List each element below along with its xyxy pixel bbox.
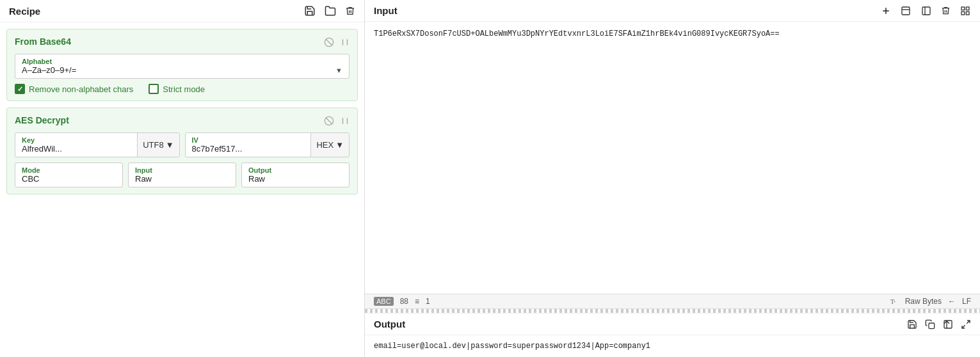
mode-field[interactable]: Mode CBC [15, 163, 123, 187]
svg-line-5 [326, 118, 332, 123]
svg-rect-10 [902, 7, 910, 15]
from-base64-title: From Base64 [15, 36, 71, 47]
key-field[interactable]: Key AlfredWil... UTF8 ▼ [15, 132, 180, 157]
input-text: T1P6eRxSX7DosonF7cUSD+OALbeWmMYu3DpNYrYE… [374, 29, 780, 38]
output-text: email=user@local.dev|password=superpassw… [374, 342, 650, 351]
alphabet-label: Alphabet [22, 58, 342, 65]
svg-rect-14 [966, 7, 969, 10]
status-char-count: 88 [400, 297, 408, 306]
from-base64-card: From Base64 [6, 29, 358, 101]
iv-field[interactable]: IV 8c7b7ef517... HEX ▼ [185, 132, 350, 157]
key-type-selector[interactable]: UTF8 ▼ [137, 133, 179, 157]
strict-mode-label: Strict mode [163, 84, 205, 94]
status-lf: LF [962, 297, 971, 306]
strict-mode-checkbox[interactable]: Strict mode [149, 84, 205, 94]
aes-disable-icon[interactable] [324, 115, 334, 126]
recipe-header-icons [304, 5, 355, 17]
text-format-icon: T t [890, 297, 899, 306]
input-status-bar: ABC 88 ≡ 1 T t Raw Bytes ← LF [365, 294, 980, 309]
checkbox-row: ✓ Remove non-alphabet chars Strict mode [15, 84, 349, 94]
alphabet-value: A–Za–z0–9+/= [22, 65, 76, 75]
svg-line-21 [967, 321, 970, 324]
output-content: email=user@local.dev|password=superpassw… [365, 335, 980, 357]
svg-text:T: T [890, 299, 894, 305]
output-expand-button[interactable] [961, 319, 971, 329]
output-title: Output [374, 319, 405, 329]
output-section: Output [365, 313, 980, 357]
alphabet-value-row: A–Za–z0–9+/= ▼ [22, 65, 342, 75]
from-base64-disable-icon[interactable] [324, 36, 334, 47]
alphabet-field[interactable]: Alphabet A–Za–z0–9+/= ▼ [15, 54, 349, 79]
left-panel: Recipe [0, 0, 365, 357]
iv-value: 8c7b7ef517... [192, 144, 305, 154]
key-type-arrow: ▼ [166, 140, 174, 150]
key-label: Key [22, 136, 131, 144]
input-layout-button[interactable] [960, 6, 971, 16]
key-field-main: Key AlfredWil... [15, 133, 137, 157]
recipe-header: Recipe [0, 0, 364, 22]
key-iv-row: Key AlfredWil... UTF8 ▼ IV 8c7b7ef517... [15, 132, 349, 157]
input-add-button[interactable] [881, 6, 891, 16]
key-type-value: UTF8 [143, 140, 164, 150]
recipe-title: Recipe [9, 6, 40, 17]
recipe-open-button[interactable] [325, 5, 336, 17]
recipe-content: From Base64 [0, 22, 364, 357]
input-text-area[interactable]: T1P6eRxSX7DosonF7cUSD+OALbeWmMYu3DpNYrYE… [365, 22, 980, 294]
status-abc: ABC [374, 297, 394, 306]
aes-input-field[interactable]: Input Raw [128, 163, 236, 187]
svg-line-1 [326, 39, 332, 45]
svg-line-22 [962, 325, 965, 328]
svg-text:t: t [894, 299, 896, 303]
svg-rect-13 [961, 7, 965, 10]
output-copy-button[interactable] [925, 319, 935, 329]
input-header-icons [881, 5, 971, 16]
iv-type-arrow: ▼ [335, 140, 344, 150]
iv-field-main: IV 8c7b7ef517... [186, 133, 311, 157]
aes-decrypt-title: AES Decrypt [15, 115, 69, 125]
input-title: Input [374, 5, 398, 16]
input-header: Input [365, 0, 980, 22]
svg-rect-19 [929, 323, 935, 329]
status-right: T t Raw Bytes ← LF [890, 297, 971, 306]
recipe-delete-button[interactable] [345, 5, 355, 17]
recipe-save-button[interactable] [304, 5, 316, 17]
aes-decrypt-header: AES Decrypt [15, 115, 349, 126]
mode-label: Mode [22, 166, 116, 174]
alphabet-dropdown-arrow: ▼ [335, 67, 342, 74]
output-header-icons [907, 319, 971, 329]
aes-decrypt-actions [324, 115, 349, 126]
input-clear-button[interactable] [941, 5, 951, 16]
output-header: Output [365, 313, 980, 335]
output-save-button[interactable] [907, 319, 917, 329]
input-new-tab-button[interactable] [900, 6, 912, 16]
remove-nonalpha-checkbox[interactable]: ✓ Remove non-alphabet chars [15, 84, 133, 94]
mode-fields-row: Mode CBC Input Raw Output Raw [15, 163, 349, 187]
svg-rect-16 [966, 12, 969, 15]
status-raw-bytes: Raw Bytes [905, 297, 942, 306]
right-panel: Input [365, 0, 980, 357]
input-switch-button[interactable] [920, 6, 932, 16]
aes-input-label: Input [135, 166, 229, 174]
remove-nonalpha-label: Remove non-alphabet chars [29, 84, 133, 94]
svg-rect-15 [961, 12, 965, 15]
iv-type-selector[interactable]: HEX ▼ [310, 133, 349, 157]
key-value: AlfredWil... [22, 144, 131, 154]
aes-input-value: Raw [135, 174, 229, 184]
aes-pause-icon[interactable] [341, 115, 349, 126]
iv-type-value: HEX [316, 140, 333, 150]
from-base64-pause-icon[interactable] [341, 36, 349, 47]
iv-label: IV [192, 136, 305, 144]
from-base64-header: From Base64 [15, 36, 349, 47]
aes-decrypt-card: AES Decrypt [6, 107, 358, 194]
status-left: ABC 88 ≡ 1 [374, 297, 430, 306]
aes-output-field[interactable]: Output Raw [241, 163, 349, 187]
svg-rect-12 [922, 7, 930, 15]
aes-output-label: Output [248, 166, 342, 174]
mode-value: CBC [22, 174, 116, 184]
status-line-count: 1 [426, 297, 430, 306]
remove-nonalpha-box: ✓ [15, 84, 25, 94]
output-upload-button[interactable] [943, 319, 953, 329]
from-base64-actions [324, 36, 349, 47]
aes-output-value: Raw [248, 174, 342, 184]
strict-mode-box [149, 84, 159, 94]
